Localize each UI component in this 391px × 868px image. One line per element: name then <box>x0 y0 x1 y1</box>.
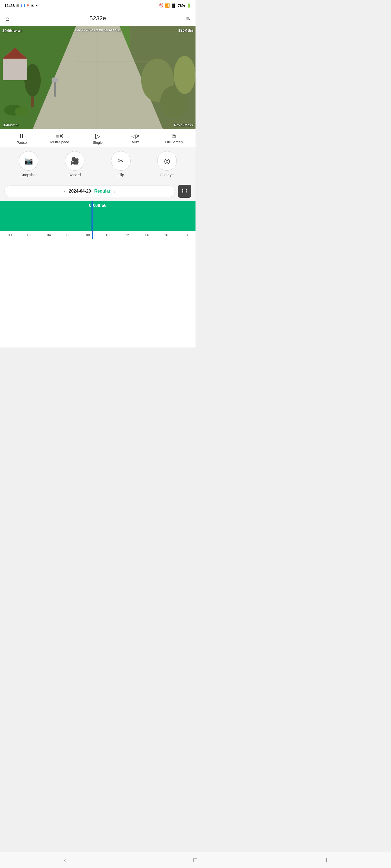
svg-rect-16 <box>54 80 56 97</box>
status-right: ⏰ 📶 ▐▌ 78% 🔋 <box>159 3 191 8</box>
signal-icon: ▐▌ <box>171 3 176 8</box>
timeline-cursor <box>92 201 93 239</box>
filmstrip-icon: 🎞 <box>182 188 187 194</box>
facebook-icon: f <box>21 3 22 8</box>
pause-button[interactable]: ⏸ Pause <box>11 133 33 145</box>
camera-bandwidth: 126KB/s <box>178 28 193 33</box>
fullscreen-button[interactable]: ⧉ Full Screen <box>163 133 185 144</box>
status-time: 11:23 <box>4 3 15 8</box>
mute-icon: ◁✕ <box>132 133 140 139</box>
snapshot-icon: 📷 <box>24 157 33 165</box>
clip-button[interactable]: ✂ Clip <box>111 151 131 177</box>
timeline-inner: 09:08:56 00 02 04 06 08 10 12 14 16 18 <box>0 201 196 239</box>
facebook-icon2: f <box>24 3 25 8</box>
timeline-recorded-left <box>0 201 92 231</box>
battery-text: 78% <box>178 3 185 8</box>
camera-id-top-left: 1046ew-ai <box>2 28 22 33</box>
date-prev-arrow[interactable]: ‹ <box>64 188 65 194</box>
gmail-icon: M <box>27 3 30 8</box>
page-title: 5232e <box>89 15 106 22</box>
svg-point-15 <box>174 56 196 94</box>
pause-label: Pause <box>17 141 27 145</box>
top-nav: ⌂ 5232e ≡› <box>0 11 196 26</box>
camera-feed: 1046ew-ai 04-20-2024 09:08:56 AM Sat 126… <box>0 26 196 129</box>
timeline[interactable]: 09:08:56 00 02 04 06 08 10 12 14 16 18 <box>0 201 196 239</box>
timeline-recorded-right <box>93 201 196 231</box>
record-button[interactable]: 🎥 Record <box>65 151 84 177</box>
fisheye-button[interactable]: ◎ Fisheye <box>157 151 177 177</box>
date-pill: ‹ 2024-04-20 Regular › <box>4 186 175 197</box>
tick-00: 00 <box>0 233 20 237</box>
timeline-current-time: 09:08:56 <box>89 203 107 208</box>
record-icon-circle: 🎥 <box>65 151 84 170</box>
dot-icon: • <box>36 3 37 8</box>
fisheye-icon-circle: ◎ <box>157 151 177 170</box>
mute-button[interactable]: ◁✕ Mute <box>125 133 147 144</box>
snapshot-button[interactable]: 📷 Snapshot <box>19 151 38 177</box>
clip-label: Clip <box>118 173 124 177</box>
camera-model: Revo2Maxx <box>174 123 193 127</box>
timeline-ticks: 00 02 04 06 08 10 12 14 16 18 <box>0 231 196 239</box>
alarm-icon: ⏰ <box>159 3 164 8</box>
camera-scene <box>0 26 196 129</box>
battery-icon: 🔋 <box>187 3 191 8</box>
tick-16: 16 <box>157 233 176 237</box>
home-icon[interactable]: ⌂ <box>5 14 9 22</box>
svg-rect-8 <box>31 97 34 107</box>
date-text: 2024-04-20 <box>69 189 91 194</box>
tick-04: 04 <box>39 233 59 237</box>
controls-row2: 📷 Snapshot 🎥 Record ✂ Clip ◎ Fisheye <box>0 147 196 182</box>
mail-icon: ✉ <box>31 3 34 8</box>
status-left: 11:23 ⊟ f f M ✉ • <box>4 3 37 8</box>
wifi-icon: 📶 <box>165 3 170 8</box>
pause-icon: ⏸ <box>19 133 25 140</box>
clip-icon: ✂ <box>118 157 124 165</box>
single-button[interactable]: ▷ Single <box>87 133 109 145</box>
snapshot-icon-circle: 📷 <box>19 151 38 170</box>
multispeed-button[interactable]: ≡✕ Multi-Speed <box>49 133 71 144</box>
record-label: Record <box>68 173 81 177</box>
multispeed-icon: ≡✕ <box>56 133 64 139</box>
content-spacer <box>0 239 196 347</box>
tick-12: 12 <box>117 233 137 237</box>
fullscreen-icon: ⧉ <box>172 133 176 139</box>
single-label: Single <box>93 141 103 145</box>
clip-icon-circle: ✂ <box>111 151 131 170</box>
svg-point-12 <box>15 106 29 116</box>
multispeed-label: Multi-Speed <box>50 140 69 144</box>
camera-id-bottom-left: 1046ew-ai <box>2 123 19 127</box>
single-icon: ▷ <box>95 133 100 140</box>
tick-02: 02 <box>20 233 39 237</box>
record-icon: 🎥 <box>70 157 79 165</box>
camera-timestamp: 04-20-2024 09:08:56 AM Sat <box>75 28 120 32</box>
fisheye-icon: ◎ <box>164 157 170 165</box>
notification-icon: ⊟ <box>16 3 19 8</box>
snapshot-label: Snapshot <box>20 173 36 177</box>
date-type: Regular <box>94 189 111 194</box>
fisheye-label: Fisheye <box>160 173 173 177</box>
tick-14: 14 <box>137 233 157 237</box>
tick-08: 08 <box>78 233 98 237</box>
date-selector: ‹ 2024-04-20 Regular › 🎞 <box>0 182 196 201</box>
menu-icon[interactable]: ≡› <box>186 15 190 22</box>
status-bar: 11:23 ⊟ f f M ✉ • ⏰ 📶 ▐▌ 78% 🔋 <box>0 0 196 11</box>
mute-label: Mute <box>132 140 140 144</box>
tick-06: 06 <box>59 233 78 237</box>
filmstrip-button[interactable]: 🎞 <box>178 185 191 198</box>
controls-row1: ⏸ Pause ≡✕ Multi-Speed ▷ Single ◁✕ Mute … <box>0 129 196 147</box>
tick-10: 10 <box>98 233 117 237</box>
svg-rect-17 <box>52 78 58 82</box>
fullscreen-label: Full Screen <box>165 140 183 144</box>
date-next-arrow[interactable]: › <box>114 188 115 194</box>
tick-18: 18 <box>176 233 196 237</box>
